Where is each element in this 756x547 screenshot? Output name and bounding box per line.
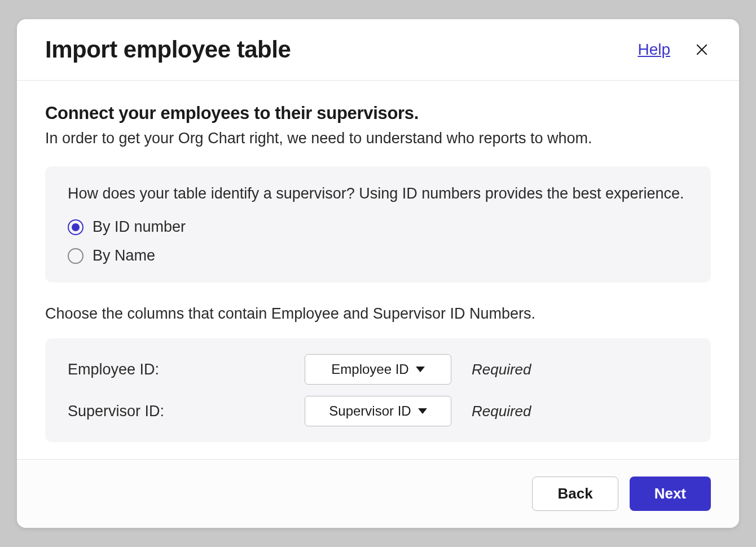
question-text: How does your table identify a superviso… [68, 182, 688, 205]
column-mapping-panel: Employee ID: Employee ID Required Superv… [45, 338, 711, 442]
modal-header: Import employee table Help [17, 19, 739, 81]
radio-label: By Name [93, 247, 155, 264]
close-icon [695, 42, 709, 57]
next-button[interactable]: Next [630, 477, 711, 511]
radio-icon [68, 219, 83, 235]
supervisor-id-dropdown[interactable]: Supervisor ID [305, 396, 451, 426]
required-label: Required [472, 403, 531, 420]
chevron-down-icon [418, 408, 427, 414]
choose-columns-text: Choose the columns that contain Employee… [45, 305, 711, 323]
modal-body: Connect your employees to their supervis… [17, 81, 739, 459]
modal-footer: Back Next [17, 459, 739, 528]
close-button[interactable] [693, 41, 711, 59]
radio-by-name[interactable]: By Name [68, 247, 688, 264]
employee-id-dropdown[interactable]: Employee ID [305, 354, 451, 385]
modal-title: Import employee table [45, 36, 291, 63]
supervisor-id-row: Supervisor ID: Supervisor ID Required [68, 396, 688, 426]
section-subtitle: In order to get your Org Chart right, we… [45, 128, 711, 149]
radio-icon [68, 248, 83, 264]
supervisor-id-label: Supervisor ID: [68, 403, 305, 420]
radio-by-id[interactable]: By ID number [68, 218, 688, 236]
employee-id-label: Employee ID: [68, 361, 305, 378]
back-button[interactable]: Back [532, 477, 618, 511]
employee-id-row: Employee ID: Employee ID Required [68, 354, 688, 385]
radio-group: By ID number By Name [68, 218, 688, 264]
radio-label: By ID number [93, 218, 186, 236]
dropdown-value: Supervisor ID [329, 403, 411, 419]
dropdown-value: Employee ID [331, 361, 408, 377]
required-label: Required [472, 361, 531, 378]
header-actions: Help [638, 41, 711, 59]
identify-method-panel: How does your table identify a superviso… [45, 166, 711, 283]
section-title: Connect your employees to their supervis… [45, 103, 711, 123]
help-link[interactable]: Help [638, 41, 670, 59]
chevron-down-icon [416, 367, 425, 372]
import-employee-modal: Import employee table Help Connect your … [17, 19, 739, 528]
